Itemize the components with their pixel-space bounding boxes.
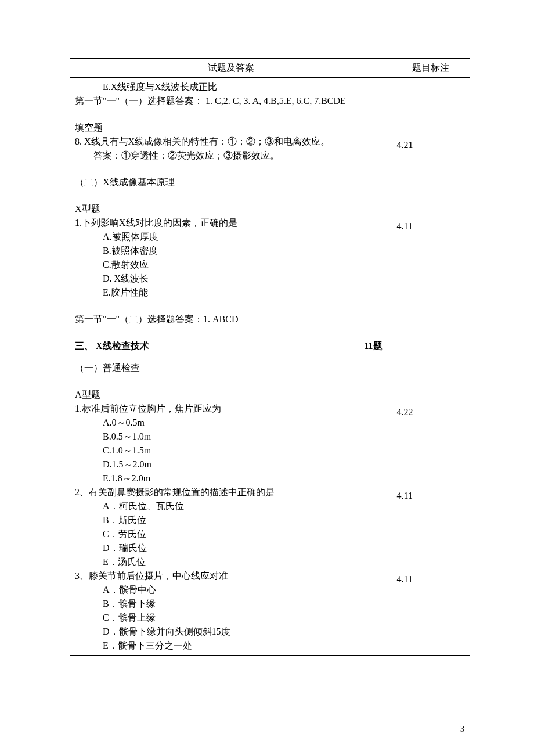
section3-sub1: （一）普通检查 [75,361,387,375]
aq3-stem: 3、膝关节前后位摄片，中心线应对准 [75,569,387,583]
aq1-opt-a: A.0～0.5m [75,416,387,430]
aq2-opt-e: E．汤氏位 [75,555,387,569]
aq1-opt-d: D.1.5～2.0m [75,458,387,471]
document-table: 试题及答案 题目标注 E.X线强度与X线波长成正比 第一节"一"（一）选择题答案… [70,58,470,656]
table-header-row: 试题及答案 题目标注 [70,59,470,78]
q8-answer: 答案：①穿透性；②荧光效应；③摄影效应。 [75,149,387,163]
aq3-opt-b: B．髌骨下缘 [75,597,387,611]
xq1-opt-c: C.散射效应 [75,258,387,272]
section3-heading-row: 三、 X线检查技术 11题 [75,339,387,353]
aq3-opt-d: D．髌骨下缘并向头侧倾斜15度 [75,625,387,639]
aq2-opt-a: A．柯氏位、瓦氏位 [75,499,387,513]
section1-2-answers: 第一节"一"（二）选择题答案：1. ABCD [75,312,387,326]
aq2-stem: 2、有关副鼻窦摄影的常规位置的描述中正确的是 [75,485,387,499]
table-body-row: E.X线强度与X线波长成正比 第一节"一"（一）选择题答案： 1. C,2. C… [70,78,470,656]
note-aq2: 4.11 [397,489,465,503]
prev-option-e: E.X线强度与X线波长成正比 [75,80,387,94]
page: 试题及答案 题目标注 E.X线强度与X线波长成正比 第一节"一"（一）选择题答案… [0,0,534,756]
aq1-opt-c: C.1.0～1.5m [75,444,387,458]
section3-title: 三、 X线检查技术 [75,339,149,353]
column-main: E.X线强度与X线波长成正比 第一节"一"（一）选择题答案： 1. C,2. C… [70,78,392,656]
header-col-note: 题目标注 [392,59,470,78]
note-aq3: 4.11 [397,573,465,586]
aq1-opt-b: B.0.5～1.0m [75,430,387,444]
x-type-title: X型题 [75,202,387,216]
note-aq1: 4.22 [397,405,465,419]
q8-stem: 8. X线具有与X线成像相关的特性有：①；②；③和电离效应。 [75,135,387,149]
aq2-opt-d: D．瑞氏位 [75,541,387,555]
xq1-stem: 1.下列影响X线对比度的因素，正确的是 [75,216,387,230]
aq3-opt-e: E．髌骨下三分之一处 [75,639,387,653]
header-col-main: 试题及答案 [70,59,392,78]
a-type-title: A型题 [75,388,387,402]
xq1-opt-a: A.被照体厚度 [75,230,387,244]
section3-count: 11题 [364,339,382,353]
fill-title: 填空题 [75,121,387,135]
note-xq1: 4.11 [397,219,465,233]
aq3-opt-a: A．髌骨中心 [75,583,387,597]
aq1-opt-e: E.1.8～2.0m [75,471,387,485]
aq3-opt-c: C．髌骨上缘 [75,611,387,625]
aq1-stem: 1.标准后前位立位胸片，焦片距应为 [75,402,387,416]
section1-1-answers: 第一节"一"（一）选择题答案： 1. C,2. C, 3. A, 4.B,5.E… [75,94,387,108]
note-q8: 4.21 [397,138,465,152]
xq1-opt-d: D. X线波长 [75,272,387,286]
aq2-opt-b: B．斯氏位 [75,513,387,527]
aq2-opt-c: C．劳氏位 [75,527,387,541]
xq1-opt-b: B.被照体密度 [75,244,387,258]
page-number: 3 [460,723,464,735]
column-notes: 4.21 4.11 4.22 4.11 4.11 [392,78,470,656]
xq1-opt-e: E.胶片性能 [75,286,387,300]
subsection-2-title: （二）X线成像基本原理 [75,175,387,189]
